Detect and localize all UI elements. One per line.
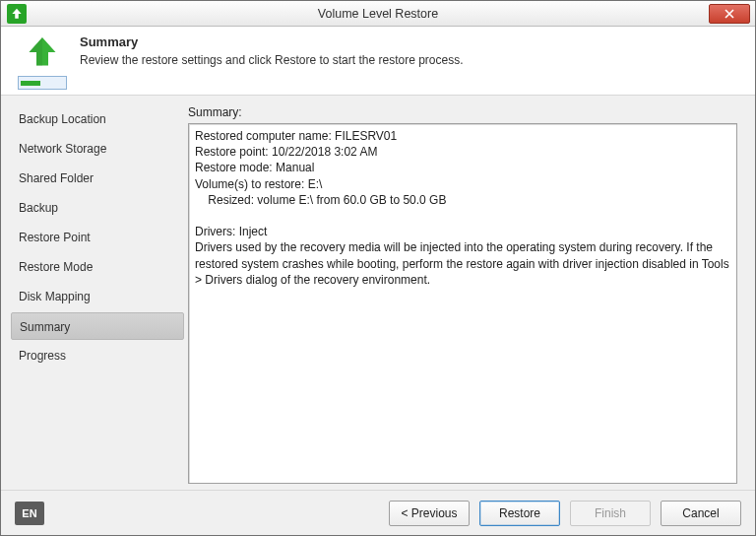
titlebar: Volume Level Restore (1, 1, 755, 27)
banner-subtitle: Review the restore settings and click Re… (80, 53, 464, 67)
window-title: Volume Level Restore (1, 7, 755, 21)
sidebar-item-progress[interactable]: Progress (11, 342, 184, 369)
sidebar-item-backup[interactable]: Backup (11, 194, 184, 222)
sidebar: Backup Location Network Storage Shared F… (1, 96, 188, 490)
dialog-window: Volume Level Restore Summary Review the … (0, 0, 756, 536)
arrow-up-icon (10, 7, 24, 21)
sidebar-item-restore-mode[interactable]: Restore Mode (11, 253, 184, 281)
close-button[interactable] (709, 4, 750, 24)
sidebar-item-disk-mapping[interactable]: Disk Mapping (11, 283, 184, 310)
drive-icon (18, 76, 67, 90)
sidebar-item-network-storage[interactable]: Network Storage (11, 135, 184, 163)
banner-title: Summary (80, 34, 464, 49)
body: Backup Location Network Storage Shared F… (1, 96, 755, 490)
sidebar-item-summary[interactable]: Summary (11, 312, 184, 340)
language-indicator[interactable]: EN (15, 502, 44, 525)
sidebar-item-backup-location[interactable]: Backup Location (11, 105, 184, 133)
banner-icons (11, 34, 74, 90)
sidebar-item-restore-point[interactable]: Restore Point (11, 224, 184, 251)
summary-label: Summary: (188, 105, 737, 119)
sidebar-item-shared-folder[interactable]: Shared Folder (11, 165, 184, 192)
app-icon (7, 4, 27, 24)
close-icon (724, 9, 734, 19)
summary-text[interactable]: Restored computer name: FILESRV01 Restor… (188, 123, 737, 484)
restore-button[interactable]: Restore (479, 501, 560, 526)
banner: Summary Review the restore settings and … (1, 27, 755, 96)
cancel-button[interactable]: Cancel (661, 501, 741, 526)
main-panel: Summary: Restored computer name: FILESRV… (188, 96, 755, 490)
footer: EN < Previous Restore Finish Cancel (1, 490, 755, 535)
finish-button: Finish (570, 501, 651, 526)
previous-button[interactable]: < Previous (389, 501, 470, 526)
restore-arrow-icon (25, 34, 60, 70)
